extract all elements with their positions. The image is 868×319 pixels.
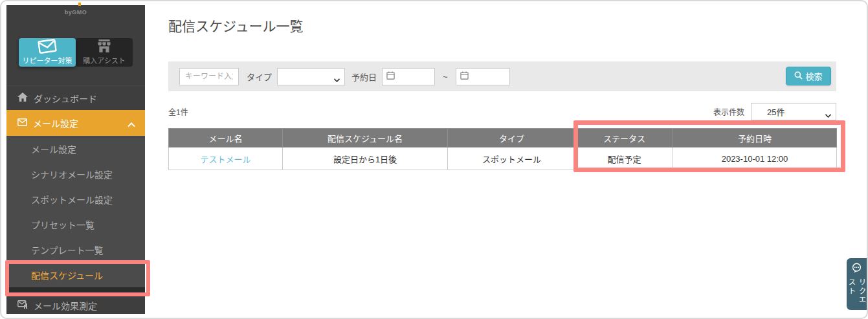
mail-chart-icon: [17, 300, 28, 311]
submenu-label: テンプレート一覧: [31, 243, 104, 256]
product-tabs: リピーター対策 購入アシスト: [19, 38, 133, 67]
filter-bar: タイプ 予約日 ~ 検索: [168, 61, 836, 91]
total-count: 全1件: [168, 106, 188, 117]
sidebar-item-scenario-mail[interactable]: シナリオメール設定: [6, 161, 145, 186]
mail-icon: [17, 118, 27, 128]
calendar-icon: [460, 71, 469, 82]
sidebar: byGMO リピーター対策 購入アシスト ダッシュボード: [6, 5, 145, 314]
sidebar-divider: [6, 287, 145, 292]
type-label: タイプ: [247, 71, 272, 83]
logo-text: byGMO: [65, 9, 87, 16]
chevron-down-icon: [825, 110, 831, 120]
mail-name-link[interactable]: テストメール: [200, 155, 250, 164]
sidebar-item-preset-list[interactable]: プリセット一覧: [6, 212, 145, 237]
submenu-label: プリセット一覧: [31, 218, 95, 231]
chevron-up-icon: [128, 119, 135, 129]
column-header-status: ステータス: [576, 129, 673, 148]
tab-repeater-taisaku[interactable]: リピーター対策: [19, 38, 76, 67]
chevron-down-icon: [334, 75, 340, 84]
table-row: テストメール 設定日から1日後 スポットメール 配信予定 2023-10-01 …: [169, 148, 837, 170]
display-count-control: 表示件数 25件: [713, 103, 836, 120]
date-to-input[interactable]: [456, 68, 510, 85]
display-count-select[interactable]: 25件: [751, 103, 836, 120]
app-window: byGMO リピーター対策 購入アシスト ダッシュボード: [0, 0, 868, 319]
cell-reserve-datetime: 2023-10-01 12:00: [673, 148, 837, 170]
search-button[interactable]: 検索: [786, 67, 831, 85]
sidebar-item-template-list[interactable]: テンプレート一覧: [6, 237, 145, 262]
mail-icon: [38, 38, 58, 54]
column-header-reserve-datetime: 予約日時: [673, 129, 837, 148]
tab-label: リピーター対策: [23, 55, 72, 65]
sidebar-item-label: メール効果測定: [34, 299, 97, 312]
cell-status: 配信予定: [576, 148, 673, 170]
sidebar-item-label: メール設定: [33, 116, 78, 129]
display-count-label: 表示件数: [713, 106, 744, 117]
sidebar-item-dashboard[interactable]: ダッシュボード: [6, 85, 145, 110]
column-header-type: タイプ: [448, 129, 576, 148]
submenu-label: スポットメール設定: [31, 193, 113, 206]
calendar-icon: [386, 71, 395, 82]
home-icon: [17, 93, 28, 104]
type-select[interactable]: [277, 68, 345, 85]
request-tab[interactable]: リクエスト: [847, 258, 867, 310]
sidebar-item-mail-analytics[interactable]: メール効果測定: [6, 292, 145, 317]
reserve-date-label: 予約日: [351, 71, 377, 83]
submenu-label: 配信スケジュール: [31, 269, 103, 281]
column-header-schedule-name: 配信スケジュール名: [283, 129, 448, 148]
request-tab-label: リクエスト: [847, 278, 867, 310]
sidebar-item-delivery-schedule[interactable]: 配信スケジュール: [6, 262, 145, 287]
column-header-mail-name: メール名: [169, 129, 283, 148]
cell-schedule-name: 設定日から1日後: [283, 148, 448, 170]
page-title: 配信スケジュール一覧: [168, 16, 304, 35]
tab-label: 購入アシスト: [83, 55, 126, 65]
tab-purchase-assist[interactable]: 購入アシスト: [76, 38, 133, 67]
submenu-label: メール設定: [31, 142, 76, 155]
display-count-value: 25件: [767, 105, 785, 118]
store-icon: [96, 39, 112, 53]
cell-type: スポットメール: [448, 148, 576, 170]
range-separator: ~: [443, 72, 448, 82]
submenu-label: シナリオメール設定: [31, 168, 113, 181]
sidebar-item-label: ダッシュボード: [34, 92, 97, 105]
search-button-label: 検索: [805, 70, 822, 82]
cell-mail-name: テストメール: [169, 148, 283, 170]
search-icon: [794, 71, 803, 82]
logo-accent-mark: [78, 3, 81, 6]
count-row: 全1件 表示件数 25件: [168, 102, 836, 121]
mail-settings-submenu: メール設定 シナリオメール設定 スポットメール設定 プリセット一覧 テンプレート…: [6, 136, 145, 287]
sidebar-item-mail-settings-sub[interactable]: メール設定: [6, 136, 145, 161]
table-header-row: メール名 配信スケジュール名 タイプ ステータス 予約日時: [169, 129, 837, 148]
keyword-input[interactable]: [179, 68, 239, 85]
date-from-input[interactable]: [382, 68, 435, 85]
app-logo[interactable]: byGMO: [6, 5, 145, 19]
sidebar-item-spot-mail[interactable]: スポットメール設定: [6, 186, 145, 212]
schedule-table: メール名 配信スケジュール名 タイプ ステータス 予約日時 テストメール 設定日…: [168, 128, 837, 170]
sidebar-menu: ダッシュボード メール設定 メール設定 シナリオメール設定: [6, 85, 145, 317]
speech-bubble-icon: [851, 263, 862, 276]
sidebar-item-mail-settings[interactable]: メール設定: [6, 110, 145, 136]
